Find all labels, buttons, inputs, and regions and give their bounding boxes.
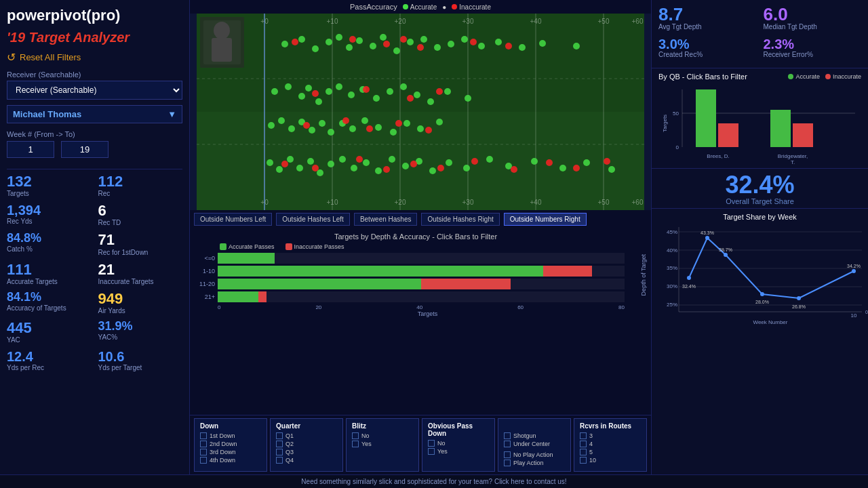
svg-point-53 <box>400 36 407 43</box>
svg-point-93 <box>342 117 349 124</box>
filter-rcvrs-3[interactable]: 3 <box>580 432 641 439</box>
accurate-passes-label: Accurate Passes <box>229 243 275 250</box>
rec-yds-label: Rec Yds <box>7 218 92 225</box>
filter-quarter: Quarter Q1 Q2 Q3 Q4 <box>270 418 343 472</box>
filter-under-center[interactable]: Under Center <box>504 441 565 447</box>
week-to-input[interactable] <box>61 141 108 158</box>
svg-point-45 <box>478 43 485 49</box>
svg-point-40 <box>407 39 414 45</box>
depth-bar-le0[interactable] <box>218 253 625 264</box>
svg-point-39 <box>393 47 400 54</box>
checkbox-under-center[interactable] <box>504 441 511 447</box>
filter-rcvrs-4[interactable]: 4 <box>580 441 641 447</box>
svg-point-77 <box>268 122 275 129</box>
svg-point-103 <box>328 161 334 167</box>
checkbox-q3[interactable] <box>276 449 283 455</box>
checkbox-2nd-down[interactable] <box>200 441 207 447</box>
stat-rec-td: 6 Rec TD <box>98 203 183 229</box>
filter-shotgun[interactable]: Shotgun <box>504 432 565 439</box>
depth-row-11-20: 11-20 <box>194 279 637 289</box>
created-rec-metric: 3.0% Created Rec% <box>658 37 757 62</box>
filter-1st-down[interactable]: 1st Down <box>200 432 261 439</box>
bridgewater-inaccurate-bar[interactable] <box>793 123 813 147</box>
depth-bar-21plus-accurate <box>218 291 258 302</box>
svg-text:+0: +0 <box>260 199 269 206</box>
targets-label: Targets <box>7 190 92 197</box>
bridgewater-accurate-bar[interactable] <box>770 110 791 147</box>
checkbox-play-action[interactable] <box>504 460 511 466</box>
svg-point-91 <box>436 119 443 125</box>
svg-text:+20: +20 <box>395 199 406 206</box>
depth-bar-11-20[interactable] <box>218 279 625 289</box>
svg-point-127 <box>511 166 517 173</box>
nav-btn-outside-hashes-left[interactable]: Outside Hashes Left <box>276 213 350 226</box>
checkbox-rcvrs-10[interactable] <box>580 457 587 464</box>
depth-bar-1-10[interactable] <box>218 266 625 277</box>
filter-obvious-no[interactable]: No <box>428 440 489 447</box>
nav-btn-outside-numbers-left[interactable]: Outside Numbers Left <box>194 213 272 226</box>
depth-row-1-10: 1-10 <box>194 266 637 277</box>
yds-rec-label: Yds per Rec <box>7 364 92 371</box>
svg-text:+30: +30 <box>462 199 474 206</box>
checkbox-blitz-no[interactable] <box>352 432 359 439</box>
filter-q2[interactable]: Q2 <box>276 441 337 447</box>
checkbox-shotgun[interactable] <box>504 432 511 439</box>
filter-play-action[interactable]: Play Action <box>504 460 565 466</box>
receiver-value-display[interactable]: Michael Thomas ▼ <box>7 105 182 123</box>
svg-text:+40: +40 <box>530 199 542 206</box>
checkbox-1st-down[interactable] <box>200 432 207 439</box>
brees-inaccurate-bar[interactable] <box>718 123 738 147</box>
bottom-bar[interactable]: Need something similarly slick and sophi… <box>0 474 868 488</box>
checkbox-rcvrs-5[interactable] <box>580 449 587 455</box>
checkbox-rcvrs-4[interactable] <box>580 441 587 447</box>
svg-point-28 <box>214 22 230 39</box>
stat-rec-1st: 71 Rec for 1stDown <box>98 232 183 258</box>
filter-obvious-yes[interactable]: Yes <box>428 448 489 455</box>
receiver-dropdown-label: Receiver (Searchable) <box>7 70 182 79</box>
filter-q4[interactable]: Q4 <box>276 457 337 464</box>
nav-btn-outside-numbers-right[interactable]: Outside Numbers Right <box>504 213 587 226</box>
svg-text:34.2%: 34.2% <box>847 264 861 268</box>
stat-yds-tgt: 10.6 Yds per Target <box>98 349 183 374</box>
filter-q1[interactable]: Q1 <box>276 432 337 439</box>
checkbox-q4[interactable] <box>276 457 283 464</box>
checkbox-4th-down[interactable] <box>200 457 207 464</box>
svg-point-107 <box>375 167 382 174</box>
filter-rcvrs-10[interactable]: 10 <box>580 457 641 464</box>
filter-formation: Formation Shotgun Under Center No Play A… <box>498 418 571 472</box>
depth-bar-21plus[interactable] <box>218 291 625 302</box>
receiver-dropdown[interactable]: Receiver (Searchable) <box>7 81 182 100</box>
filter-q3[interactable]: Q3 <box>276 449 337 455</box>
ts-dot-2 <box>705 236 709 240</box>
checkbox-q2[interactable] <box>276 441 283 447</box>
checkbox-blitz-yes[interactable] <box>352 441 359 447</box>
right-metrics: 8.7 Avg Tgt Depth 6.0 Median Tgt Depth 3… <box>652 0 868 68</box>
svg-point-49 <box>573 43 580 49</box>
nav-btn-outside-hashes-right[interactable]: Outside Hashes Right <box>421 213 499 226</box>
checkbox-obvious-yes[interactable] <box>428 448 435 455</box>
filter-3rd-down[interactable]: 3rd Down <box>200 449 261 455</box>
pass-accuracy-label: PassAccuracy <box>350 3 397 11</box>
filter-blitz-no[interactable]: No <box>352 432 413 439</box>
reset-button[interactable]: ↺ Reset All Filters <box>7 51 182 64</box>
filter-blitz-yes[interactable]: Yes <box>352 441 413 447</box>
checkbox-3rd-down[interactable] <box>200 449 207 455</box>
svg-text:Targets: Targets <box>662 115 668 132</box>
filter-rcvrs-5[interactable]: 5 <box>580 449 641 455</box>
stat-rec-yds: 1,394 Rec Yds <box>7 203 92 229</box>
created-rec-value: 3.0% <box>658 37 757 51</box>
svg-point-70 <box>427 98 434 105</box>
inaccurate-dot <box>452 4 457 9</box>
svg-text:50: 50 <box>673 110 679 117</box>
week-from-input[interactable] <box>7 141 54 158</box>
filter-no-play-action[interactable]: No Play Action <box>504 451 565 458</box>
checkbox-q1[interactable] <box>276 432 283 439</box>
nav-btn-between-hashes[interactable]: Between Hashes <box>354 213 418 226</box>
checkbox-obvious-no[interactable] <box>428 440 435 447</box>
checkbox-rcvrs-3[interactable] <box>580 432 587 439</box>
brees-accurate-bar[interactable] <box>696 89 716 147</box>
checkbox-no-play-action[interactable] <box>504 451 511 458</box>
svg-point-55 <box>470 39 477 45</box>
filter-4th-down[interactable]: 4th Down <box>200 457 261 464</box>
filter-2nd-down[interactable]: 2nd Down <box>200 441 261 447</box>
